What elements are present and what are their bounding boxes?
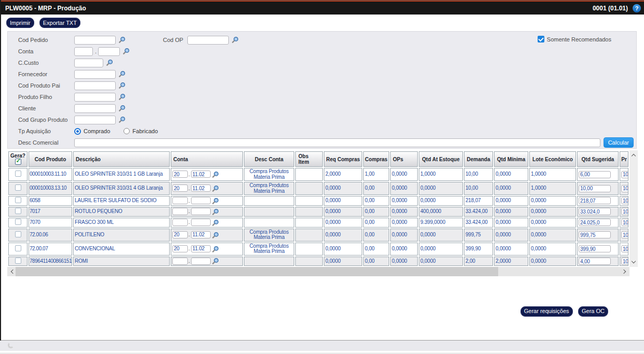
desc-comercial-label: Desc Comercial — [18, 139, 74, 146]
search-icon[interactable] — [231, 36, 239, 44]
gera-all-checkbox[interactable] — [15, 159, 21, 165]
desc-conta-cell — [244, 207, 294, 217]
search-icon[interactable] — [212, 219, 219, 226]
conta-input-1[interactable] — [172, 171, 188, 178]
search-icon[interactable] — [118, 36, 126, 44]
conta-input-1[interactable] — [172, 208, 188, 215]
desc-comercial-input[interactable] — [74, 138, 600, 147]
search-icon[interactable] — [212, 197, 219, 205]
pr-input[interactable] — [621, 171, 628, 178]
pr-input[interactable] — [621, 245, 628, 252]
cod-op-input[interactable] — [187, 36, 229, 45]
pr-input[interactable] — [621, 197, 628, 204]
conta-input-2[interactable] — [98, 47, 120, 56]
qtd-sugerida-input[interactable] — [579, 219, 611, 226]
search-icon[interactable] — [118, 70, 126, 78]
gera-checkbox[interactable] — [15, 231, 21, 237]
scroll-right-icon[interactable] — [622, 270, 626, 274]
qtd-sugerida-input[interactable] — [579, 171, 611, 178]
pr-input[interactable] — [621, 208, 628, 215]
search-icon[interactable] — [118, 93, 126, 101]
search-icon[interactable] — [118, 116, 126, 123]
conta-input-1[interactable] — [172, 185, 188, 192]
search-icon[interactable] — [122, 48, 130, 55]
search-icon[interactable] — [118, 82, 126, 89]
scroll-down-icon[interactable] — [632, 259, 636, 263]
conta-cell: . — [171, 229, 243, 242]
fabricado-radio[interactable] — [124, 128, 130, 134]
ops-cell: 0,0000 — [390, 168, 418, 181]
help-icon[interactable]: ? — [633, 4, 641, 12]
qtd-sugerida-input[interactable] — [579, 208, 611, 215]
gera-checkbox[interactable] — [15, 219, 21, 225]
gera-checkbox[interactable] — [15, 258, 21, 264]
gera-checkbox[interactable] — [15, 245, 21, 251]
conta-input-2[interactable] — [191, 258, 211, 265]
pr-input[interactable] — [621, 231, 628, 238]
conta-input-1[interactable] — [172, 258, 188, 265]
search-icon[interactable] — [212, 232, 219, 239]
gera-checkbox[interactable] — [15, 197, 21, 203]
somente-recomendados-checkbox[interactable] — [538, 36, 544, 43]
conta-cell: . — [171, 182, 243, 195]
search-icon[interactable] — [118, 105, 126, 112]
exportar-txt-button[interactable]: Exportar TXT — [39, 18, 80, 28]
compras-cell: 0,00 — [363, 196, 389, 206]
horizontal-scrollbar-thumb[interactable] — [16, 267, 498, 276]
qtd-sugerida-input[interactable] — [579, 258, 611, 265]
gerar-requisicoes-button[interactable]: Gerar requisições — [520, 306, 573, 317]
obs-item-cell — [295, 207, 323, 217]
conta-input-2[interactable] — [191, 197, 211, 204]
qtd-at-estoque-cell: 9.399,0000 — [419, 218, 463, 228]
conta-input-2[interactable] — [191, 231, 211, 238]
horizontal-scrollbar[interactable] — [7, 267, 629, 276]
c-custo-input[interactable] — [74, 59, 103, 67]
demanda-cell: 399,90 — [464, 243, 493, 256]
vertical-scrollbar[interactable] — [629, 150, 638, 267]
conta-input-2[interactable] — [191, 245, 211, 252]
cod-pedido-input[interactable] — [74, 36, 116, 45]
cod-produto-pai-input[interactable] — [74, 81, 116, 90]
search-icon[interactable] — [212, 185, 219, 192]
gera-cell — [8, 182, 28, 195]
qtd-sugerida-input[interactable] — [579, 185, 611, 192]
qtd-at-estoque-cell: 0,0000 — [419, 243, 463, 256]
pr-input[interactable] — [621, 258, 628, 265]
conta-input-1[interactable] — [172, 245, 188, 252]
gera-checkbox[interactable] — [15, 208, 21, 214]
conta-input-2[interactable] — [191, 219, 211, 226]
qtd-sugerida-input[interactable] — [579, 245, 611, 252]
qtd-sugerida-input[interactable] — [579, 197, 611, 204]
search-icon[interactable] — [106, 59, 113, 66]
pr-input[interactable] — [621, 185, 628, 192]
conta-input-1[interactable] — [74, 47, 93, 56]
gera-oc-button[interactable]: Gera OC — [578, 306, 608, 317]
calcular-button[interactable]: Calcular — [604, 137, 634, 148]
fornecedor-input[interactable] — [74, 70, 116, 79]
qtd-sugerida-input[interactable] — [579, 231, 611, 238]
produto-filho-input[interactable] — [74, 93, 116, 102]
search-icon[interactable] — [212, 246, 219, 253]
qtd-at-estoque-cell: 0,0000 — [419, 196, 463, 206]
gera-checkbox[interactable] — [15, 185, 21, 191]
search-icon[interactable] — [212, 258, 219, 265]
conta-input-1[interactable] — [172, 219, 188, 226]
comprado-radio[interactable] — [74, 128, 81, 135]
conta-input-1[interactable] — [172, 231, 188, 238]
conta-input-2[interactable] — [191, 171, 211, 178]
scroll-left-icon[interactable] — [11, 270, 15, 274]
imprimir-button[interactable]: Imprimir — [6, 18, 34, 28]
conta-input-2[interactable] — [191, 185, 211, 192]
search-icon[interactable] — [212, 171, 219, 178]
cliente-input[interactable] — [74, 104, 116, 113]
conta-input-1[interactable] — [172, 197, 188, 204]
scroll-up-icon[interactable] — [632, 154, 636, 158]
gera-checkbox[interactable] — [15, 171, 21, 177]
req-compras-cell: 0,0000 — [324, 196, 362, 206]
descricao-cell: LAURIL ETER SULFATO DE SODIO — [73, 196, 170, 206]
conta-input-2[interactable] — [191, 208, 211, 215]
pr-input[interactable] — [621, 219, 628, 226]
cod-grupo-produto-input[interactable] — [74, 116, 116, 124]
header-12: Lote Econômico — [529, 151, 576, 167]
search-icon[interactable] — [212, 208, 219, 216]
